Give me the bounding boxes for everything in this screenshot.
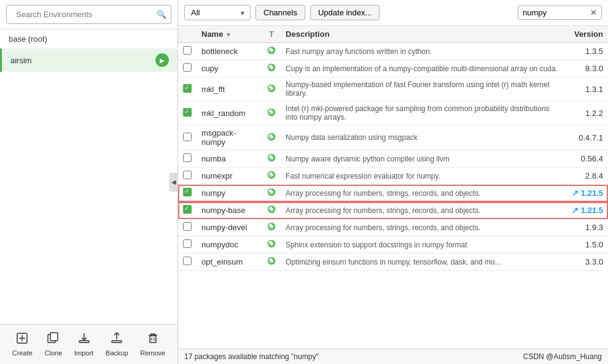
env-label-base: base (root) (9, 34, 47, 44)
env-item-base[interactable]: base (root) (0, 29, 177, 48)
pkg-checkbox-cell (178, 168, 197, 185)
upgrade-arrow-icon: ↗ (572, 188, 579, 198)
search-package-container: ✕ (518, 6, 602, 20)
pkg-version: 0.4.7.1 (567, 125, 608, 150)
environment-list: base (root) airsim ▶ (0, 29, 177, 324)
pkg-description: Cupy is an implementation of a numpy-com… (281, 60, 567, 77)
th-name[interactable]: Name ▼ (197, 26, 262, 43)
table-row: numpy-develArray processing for numbers,… (178, 219, 608, 236)
update-index-button[interactable]: Update index... (310, 5, 380, 20)
pkg-version-value: 1.21.5 (581, 188, 603, 198)
pkg-version: 1.5.0 (567, 236, 608, 254)
table-row: msgpack-numpyNumpy data serialization us… (178, 125, 608, 150)
remove-button[interactable]: Remove (135, 330, 170, 359)
remove-label: Remove (140, 349, 165, 357)
pkg-description: Fast numerical expression evaluator for … (281, 168, 567, 185)
pkg-name: bottleneck (197, 43, 262, 60)
search-environments-input[interactable] (11, 7, 157, 21)
pkg-version: 3.3.0 (567, 254, 608, 271)
pkg-checkbox-cell (178, 202, 197, 219)
pkg-checkbox-cell (178, 101, 197, 125)
pkg-type-icon (262, 254, 281, 271)
th-type: T (262, 26, 281, 43)
pkg-version: 8.3.0 (567, 60, 608, 77)
pkg-name: msgpack-numpy (197, 125, 262, 150)
pkg-type-icon (262, 219, 281, 236)
pkg-checkbox-cell (178, 43, 197, 60)
pkg-checked-icon[interactable] (183, 108, 192, 117)
clone-button[interactable]: Clone (40, 330, 68, 359)
pkg-description: Numpy aware dynamic python compiler usin… (281, 150, 567, 168)
search-package-input[interactable] (523, 8, 590, 17)
pkg-description: Array processing for numbers, strings, r… (281, 202, 567, 219)
pkg-type-icon (262, 125, 281, 150)
remove-icon (147, 332, 159, 347)
pkg-type-icon (262, 236, 281, 254)
search-environments-container: 🔍 (6, 5, 171, 24)
pkg-checkbox[interactable] (183, 153, 192, 162)
pkg-checkbox-cell (178, 185, 197, 202)
clone-icon (47, 332, 60, 347)
create-button[interactable]: Create (7, 330, 37, 359)
pkg-checkbox[interactable] (183, 239, 192, 248)
pkg-name: mkl_random (197, 101, 262, 125)
pkg-checkbox[interactable] (183, 63, 192, 72)
pkg-checked-icon[interactable] (183, 188, 192, 196)
pkg-checked-icon[interactable] (183, 84, 192, 93)
table-row: numbaNumpy aware dynamic python compiler… (178, 150, 608, 168)
right-panel-inner: ◀ All Installed Not installed Updatable … (178, 0, 608, 364)
pkg-checkbox-cell (178, 219, 197, 236)
pkg-checkbox[interactable] (183, 171, 192, 179)
table-header-row: Name ▼ T Description Version (178, 26, 608, 43)
pkg-checkbox[interactable] (183, 133, 192, 141)
collapse-panel-button[interactable]: ◀ (170, 173, 178, 192)
env-item-airsim[interactable]: airsim ▶ (0, 48, 177, 72)
import-label: Import (74, 349, 93, 357)
pkg-description: Intel (r) mkl-powered package for sampli… (281, 101, 567, 125)
search-bar: 🔍 (0, 0, 177, 29)
pkg-checked-icon[interactable] (183, 205, 192, 214)
pkg-description: Fast numpy array functions written in cy… (281, 43, 567, 60)
table-row: mkl_fftNumpy-based implementation of fas… (178, 77, 608, 101)
status-bar: 17 packages available matching "numpy" C… (178, 349, 608, 364)
table-row: opt_einsumOptimizing einsum functions in… (178, 254, 608, 271)
pkg-description: Optimizing einsum functions in numpy, te… (281, 254, 567, 271)
pkg-version: 2.8.4 (567, 168, 608, 185)
svg-rect-5 (79, 341, 89, 343)
pkg-name: mkl_fft (197, 77, 262, 101)
pkg-name: cupy (197, 60, 262, 77)
pkg-name: numpy-devel (197, 219, 262, 236)
pkg-description: Array processing for numbers, strings, r… (281, 185, 567, 202)
th-version: Version (567, 26, 608, 43)
pkg-name: numexpr (197, 168, 262, 185)
backup-button[interactable]: Backup (101, 330, 133, 359)
bottom-toolbar: Create Clone Import Backup Remove (0, 324, 177, 364)
table-row: bottleneckFast numpy array functions wri… (178, 43, 608, 60)
pkg-type-icon (262, 101, 281, 125)
pkg-checkbox[interactable] (183, 46, 192, 55)
status-text: 17 packages available matching "numpy" (184, 352, 319, 361)
pkg-description: Array processing for numbers, strings, r… (281, 219, 567, 236)
env-label-airsim: airsim (10, 56, 32, 65)
pkg-type-icon (262, 43, 281, 60)
filter-select[interactable]: All Installed Not installed Updatable (184, 5, 251, 20)
create-icon (16, 332, 28, 347)
pkg-version: 1.3.5 (567, 43, 608, 60)
table-row: cupyCupy is an implementation of a numpy… (178, 60, 608, 77)
upgrade-arrow-icon: ↗ (572, 206, 579, 215)
pkg-checkbox-cell (178, 125, 197, 150)
table-row: numpy-baseArray processing for numbers, … (178, 202, 608, 219)
pkg-checkbox[interactable] (183, 257, 192, 265)
svg-rect-4 (50, 333, 58, 341)
import-button[interactable]: Import (69, 330, 98, 359)
pkg-version-value: 1.21.5 (581, 206, 603, 215)
pkg-checkbox-cell (178, 150, 197, 168)
search-icon: 🔍 (157, 10, 166, 19)
channels-button[interactable]: Channels (255, 5, 305, 20)
clear-search-icon[interactable]: ✕ (590, 8, 597, 17)
svg-rect-9 (150, 336, 156, 343)
pkg-description: Sphinx extension to support docstrings i… (281, 236, 567, 254)
pkg-checkbox[interactable] (183, 222, 192, 231)
package-table-container: Name ▼ T Description Version bottleneckF… (178, 26, 608, 349)
sort-name-icon: ▼ (225, 31, 232, 38)
